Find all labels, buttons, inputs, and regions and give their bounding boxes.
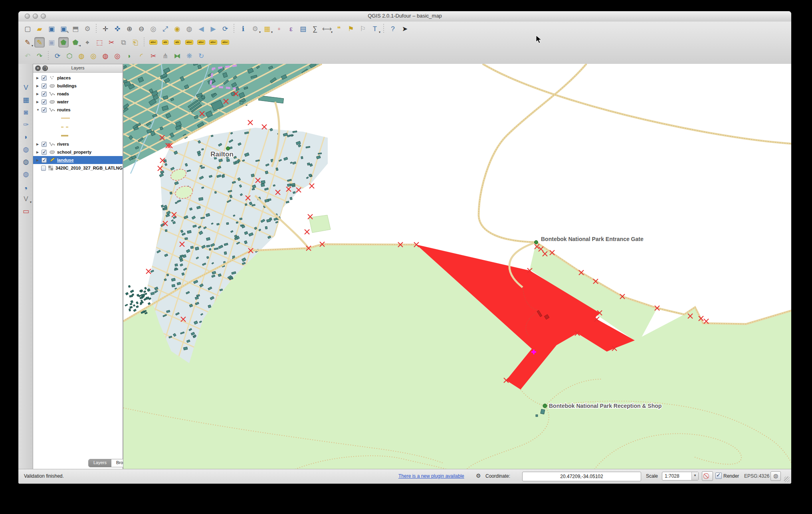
split-features-icon[interactable]: ✂ [148,51,158,61]
layer-item-routes[interactable]: ▼routes [33,106,123,114]
add-postgis-layer-icon[interactable]: ◙ [21,107,31,117]
add-wms-layer-icon[interactable]: ◍ [21,144,31,154]
add-part-icon[interactable]: ◎ [88,51,99,61]
dropdown-arrow-icon[interactable]: ▾ [30,201,32,204]
dropdown-arrow-icon[interactable]: ▾ [271,31,273,34]
add-wcs-layer-icon[interactable]: ◍ [21,156,31,167]
zoom-last-icon[interactable]: ◀ [196,24,206,34]
split-parts-icon[interactable]: ⋔ [160,51,170,61]
dropdown-arrow-icon[interactable]: ➜ [78,44,81,47]
toggle-editing-icon[interactable]: ✎ [34,37,45,47]
render-checkbox[interactable] [715,472,722,479]
map-tips-icon[interactable]: ❝ [334,24,344,34]
expand-icon[interactable]: ▶ [36,92,40,96]
layer-item-school_property[interactable]: ▶school_property [33,148,123,156]
add-feature-icon[interactable]: ⬟ [58,37,69,47]
zoom-full-icon[interactable]: ⤢ [160,24,170,34]
stop-render-button[interactable]: ⃠ [702,471,713,481]
zoom-to-layer-icon[interactable]: ◍ [184,24,194,34]
park-small-field[interactable] [309,215,331,233]
layer-visibility-checkbox[interactable] [42,158,47,163]
scale-dropdown-icon[interactable]: ▼ [691,472,698,480]
zoom-to-selection-icon[interactable]: ◉ [172,24,182,34]
plugin-icon[interactable]: ⚙ [476,472,481,479]
pan-map-icon[interactable]: ✛ [100,24,111,34]
zoom-next-icon[interactable]: ▶ [208,24,218,34]
layer-item-roads[interactable]: ▶roads [33,90,123,98]
add-raster-layer-icon[interactable]: ▦ [21,95,31,105]
add-vector-layer-icon[interactable]: V [21,82,31,93]
dropdown-arrow-icon[interactable]: ▾ [32,44,33,47]
expand-icon[interactable]: ▶ [36,76,40,80]
show-hide-labels-icon[interactable]: abc [184,37,194,47]
select-by-expression-icon[interactable]: ε [286,24,296,34]
plugin-available-link[interactable]: There is a new plugin available [398,473,464,479]
map-canvas[interactable]: Railton Bontebok National Park Entrance … [123,64,791,469]
layer-visibility-checkbox[interactable] [42,142,47,147]
redo-icon[interactable]: ↷ [34,51,45,61]
undo-icon[interactable]: ↶ [22,51,33,61]
composer-manager-icon[interactable]: ⚙ [82,24,93,34]
rotate-point-symbols-icon[interactable]: ❋ [184,51,194,61]
add-mssql-layer-icon[interactable]: ◗ [21,132,31,142]
delete-selected-icon[interactable]: ⬚ [94,37,105,47]
pan-to-selection-icon[interactable]: ✜ [112,24,123,34]
layer-visibility-checkbox[interactable] [42,75,47,81]
scale-combo[interactable]: 1:7028 ▼ [662,472,699,480]
title-bar[interactable]: QGIS 2.0.1-Dufour – basic_map [18,11,791,22]
layer-item-water[interactable]: ▶water [33,98,123,106]
expand-icon[interactable]: ▶ [36,84,40,88]
layer-item-landuse[interactable]: ▶landuse [33,156,123,164]
save-layer-edits-icon[interactable]: ▣ [46,37,57,47]
zoom-native-icon[interactable]: ◎ [148,24,158,34]
labeling-options-icon[interactable]: abc [148,37,158,47]
measure-icon[interactable]: ⟷▾ [322,24,332,34]
new-print-composer-icon[interactable]: ⬒ [70,24,81,34]
show-bookmarks-icon[interactable]: ⚐ [358,24,368,34]
expand-icon[interactable]: ▶ [36,100,40,104]
coordinate-input[interactable] [522,472,641,481]
node-tool-icon[interactable]: ⌖ [82,37,93,47]
layer-item-rivers[interactable]: ▶rivers [33,140,123,148]
add-wfs-layer-icon[interactable]: ◍ [21,169,31,179]
dropdown-arrow-icon[interactable]: ▾ [331,31,333,34]
crs-button[interactable]: ◍ [770,471,781,481]
layer-visibility-checkbox[interactable] [42,91,47,97]
new-shapefile-layer-icon[interactable]: V▾ [21,194,31,204]
reshape-features-icon[interactable]: ◗ [124,51,135,61]
change-label-icon[interactable]: abc [220,37,230,47]
deselect-features-icon[interactable]: ▫ [274,24,284,34]
remove-layer-icon[interactable]: ▭ [21,206,31,216]
new-project-icon[interactable]: ▢ [22,24,33,34]
refresh-map-icon[interactable]: ⟳ [220,24,230,34]
collapse-icon[interactable]: ▼ [36,108,40,112]
expand-icon[interactable]: ▶ [36,142,40,146]
select-features-icon[interactable]: ▦▾ [262,24,272,34]
move-feature-icon[interactable]: ⬟➜ [70,37,81,47]
field-calculator-icon[interactable]: ∑ [310,24,320,34]
layer-visibility-checkbox[interactable] [42,150,47,155]
redraw-icon[interactable]: ↻ [196,51,206,61]
dropdown-arrow-icon[interactable]: ▾ [379,31,380,34]
layer-visibility-checkbox[interactable] [42,107,47,113]
add-ring-icon[interactable]: ◍ [76,51,87,61]
resize-grip[interactable] [784,476,790,482]
whats-this-icon[interactable]: ➤ [400,24,410,34]
text-annotation-icon[interactable]: T▾ [370,24,380,34]
delete-part-icon[interactable]: ◎ [112,51,123,61]
new-bookmark-icon[interactable]: ⚑ [346,24,356,34]
save-project-as-icon[interactable]: ▣✎ [58,24,69,34]
open-attribute-table-icon[interactable]: ▤ [298,24,308,34]
expand-icon[interactable]: ▶ [36,150,40,154]
zoom-out-icon[interactable]: ⊖ [136,24,147,34]
add-spatialite-layer-icon[interactable]: ✑ [21,119,31,130]
simplify-feature-icon[interactable]: ⬡ [64,51,75,61]
rotate-label-icon[interactable]: abc [208,37,218,47]
add-delimited-text-layer-icon[interactable]: ❟ [21,181,31,192]
identify-features-icon[interactable]: ℹ [238,24,248,34]
run-feature-action-icon[interactable]: ⚙▾ [250,24,260,34]
layer-item-3420C_2010_327_RGB_LATLNG[interactable]: 3420C_2010_327_RGB_LATLNG [33,164,123,172]
copy-features-icon[interactable]: ⧉ [118,37,129,47]
highlight-pinned-labels-icon[interactable]: ab [172,37,182,47]
layer-item-places[interactable]: ▶places [33,74,123,82]
